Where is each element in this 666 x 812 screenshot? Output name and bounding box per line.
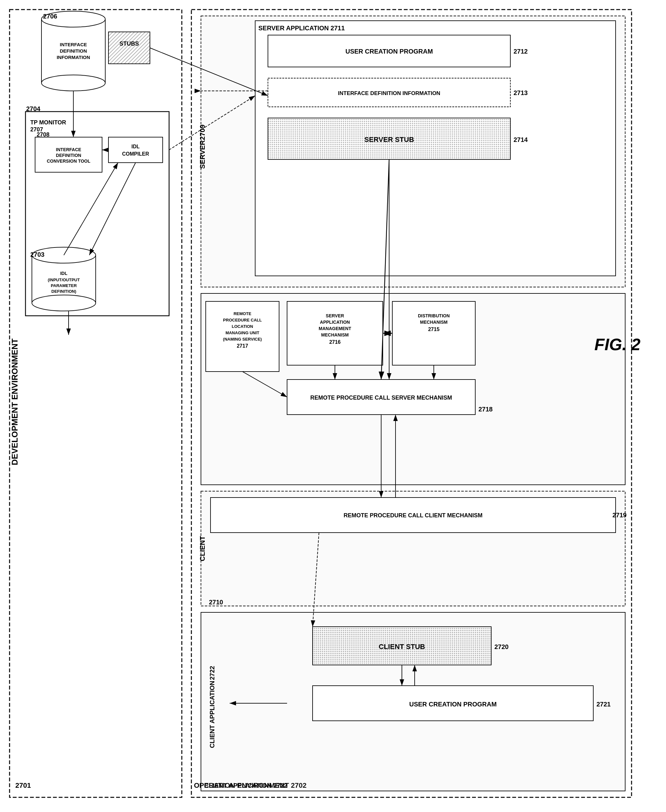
svg-rect-6 (201, 16, 625, 287)
svg-line-91 (150, 48, 268, 96)
svg-rect-73 (287, 379, 475, 415)
svg-rect-76 (211, 497, 616, 533)
svg-text:(NAMING SERVICE): (NAMING SERVICE) (223, 337, 262, 342)
svg-rect-14 (41, 19, 105, 83)
svg-text:IDL: IDL (60, 271, 68, 276)
svg-rect-66 (206, 301, 279, 372)
svg-text:2712: 2712 (514, 48, 528, 55)
svg-point-38 (32, 295, 96, 311)
svg-text:SERVER2709: SERVER2709 (198, 124, 206, 169)
svg-text:2708: 2708 (37, 132, 49, 138)
svg-text:PROCEDURE CALL: PROCEDURE CALL (223, 318, 262, 323)
svg-rect-4 (191, 10, 631, 797)
svg-text:2716: 2716 (329, 339, 341, 345)
svg-text:IDL: IDL (132, 144, 140, 149)
svg-rect-82 (313, 686, 593, 721)
svg-text:MECHANISM: MECHANISM (420, 320, 447, 324)
svg-text:DEFINITION: DEFINITION (60, 48, 87, 54)
svg-text:2717: 2717 (237, 343, 248, 349)
svg-rect-0 (10, 10, 182, 797)
svg-text:USER CREATION PROGRAM: USER CREATION PROGRAM (345, 48, 433, 55)
svg-rect-9 (201, 491, 625, 606)
svg-text:REMOTE PROCEDURE CALL SERVER M: REMOTE PROCEDURE CALL SERVER MECHANISM (310, 395, 452, 401)
svg-line-101 (89, 163, 135, 255)
svg-text:INTERFACE DEFINITION INFORMATI: INTERFACE DEFINITION INFORMATION (338, 90, 440, 96)
svg-text:DISTRIBUTION: DISTRIBUTION (418, 313, 450, 318)
svg-rect-47 (268, 35, 510, 67)
svg-text:TP MONITOR: TP MONITOR (30, 119, 66, 126)
svg-rect-33 (109, 137, 163, 163)
svg-text:COMPILER: COMPILER (122, 151, 149, 156)
svg-line-105 (242, 372, 287, 397)
svg-text:REMOTE PROCEDURE CALL CLIENT M: REMOTE PROCEDURE CALL CLIENT MECHANISM (343, 512, 483, 519)
svg-line-90 (169, 96, 255, 150)
svg-rect-21 (109, 32, 150, 64)
svg-text:INTERFACE: INTERFACE (59, 42, 87, 47)
svg-text:2720: 2720 (495, 643, 509, 650)
svg-text:2706: 2706 (43, 13, 58, 20)
svg-text:SERVER: SERVER (326, 313, 344, 318)
svg-text:2714: 2714 (514, 136, 528, 143)
svg-text:CLIENT APPLICATION 2722: CLIENT APPLICATION 2722 (204, 782, 287, 789)
svg-text:CLIENT APPLICATION: CLIENT APPLICATION (209, 680, 216, 748)
svg-text:CLIENT STUB: CLIENT STUB (379, 642, 425, 651)
svg-text:2721: 2721 (597, 701, 611, 708)
svg-rect-56 (287, 301, 383, 365)
svg-text:USER CREATION PROGRAM: USER CREATION PROGRAM (409, 701, 497, 708)
svg-text:2719: 2719 (612, 512, 627, 519)
svg-text:LOCATION: LOCATION (232, 324, 253, 329)
svg-text:2710: 2710 (209, 599, 223, 606)
svg-rect-36 (32, 255, 96, 303)
svg-rect-79 (313, 627, 491, 665)
svg-text:MANAGING UNIT: MANAGING UNIT (226, 330, 259, 335)
svg-text:PARAMETER: PARAMETER (51, 283, 77, 288)
svg-text:2715: 2715 (428, 326, 440, 332)
svg-rect-8 (201, 293, 625, 485)
svg-text:INTERFACE: INTERFACE (56, 147, 81, 152)
svg-rect-1 (26, 112, 169, 316)
svg-text:DEVELOPMENT ENVIRONMENT: DEVELOPMENT ENVIRONMENT (10, 338, 20, 465)
svg-point-37 (32, 247, 96, 263)
svg-text:2703: 2703 (30, 251, 45, 258)
svg-line-88 (64, 163, 118, 255)
figure-label: FIG. 2 (595, 335, 640, 354)
svg-text:OPERATION ENVIRONMENT 2702: OPERATION ENVIRONMENT 2702 (194, 781, 307, 789)
svg-line-98 (313, 533, 319, 627)
svg-text:DEFINITION): DEFINITION) (51, 289, 76, 294)
svg-text:SERVER STUB: SERVER STUB (364, 135, 414, 143)
svg-rect-62 (392, 301, 475, 365)
svg-point-15 (41, 11, 105, 27)
svg-rect-45 (255, 21, 616, 276)
svg-text:SERVER APPLICATION 2711: SERVER APPLICATION 2711 (258, 25, 345, 31)
svg-line-93 (381, 160, 389, 379)
svg-rect-28 (35, 137, 102, 172)
svg-text:INFORMATION: INFORMATION (57, 54, 90, 60)
svg-text:2701: 2701 (15, 781, 31, 789)
svg-text:REMOTE: REMOTE (234, 311, 251, 316)
svg-rect-53 (268, 118, 510, 160)
svg-text:2718: 2718 (478, 406, 493, 413)
svg-text:2707: 2707 (30, 126, 43, 133)
svg-text:(INPUT/OUTPUT: (INPUT/OUTPUT (48, 277, 80, 282)
svg-point-16 (41, 75, 105, 91)
svg-text:2704: 2704 (26, 105, 41, 112)
svg-rect-50 (268, 78, 510, 107)
svg-rect-25 (26, 112, 169, 316)
svg-text:APPLICATION: APPLICATION (320, 320, 350, 324)
svg-text:STUBS: STUBS (119, 41, 139, 47)
svg-text:CONVERSION TOOL: CONVERSION TOOL (47, 158, 91, 164)
svg-text:DEFINITION: DEFINITION (56, 153, 81, 158)
svg-text:2722: 2722 (209, 666, 216, 680)
svg-rect-12 (201, 612, 625, 791)
svg-text:MANAGEMENT: MANAGEMENT (319, 326, 351, 331)
svg-text:CLIENT: CLIENT (198, 536, 206, 561)
svg-text:2713: 2713 (514, 89, 528, 96)
svg-text:MECHANISM: MECHANISM (321, 332, 349, 338)
